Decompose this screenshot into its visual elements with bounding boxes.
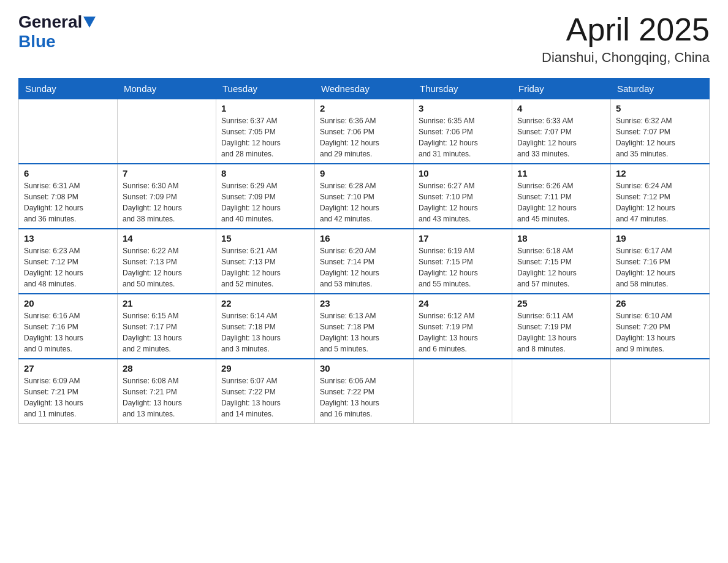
day-cell-18: 18Sunrise: 6:18 AM Sunset: 7:15 PM Dayli… (512, 229, 611, 294)
weekday-header-row: SundayMondayTuesdayWednesdayThursdayFrid… (19, 79, 710, 99)
day-number: 30 (320, 363, 408, 373)
day-detail: Sunrise: 6:19 AM Sunset: 7:15 PM Dayligh… (419, 245, 507, 289)
day-detail: Sunrise: 6:11 AM Sunset: 7:19 PM Dayligh… (517, 310, 605, 354)
title-block: April 2025 Dianshui, Chongqing, China (542, 12, 710, 66)
day-detail: Sunrise: 6:08 AM Sunset: 7:21 PM Dayligh… (123, 375, 211, 419)
day-detail: Sunrise: 6:07 AM Sunset: 7:22 PM Dayligh… (221, 375, 309, 419)
day-cell-19: 19Sunrise: 6:17 AM Sunset: 7:16 PM Dayli… (611, 229, 710, 294)
day-cell-30: 30Sunrise: 6:06 AM Sunset: 7:22 PM Dayli… (315, 359, 414, 424)
empty-cell (414, 359, 512, 424)
day-number: 28 (123, 363, 211, 373)
day-cell-10: 10Sunrise: 6:27 AM Sunset: 7:10 PM Dayli… (414, 164, 512, 229)
day-detail: Sunrise: 6:27 AM Sunset: 7:10 PM Dayligh… (419, 180, 507, 224)
day-number: 21 (123, 298, 211, 308)
weekday-header-thursday: Thursday (414, 79, 512, 99)
day-cell-26: 26Sunrise: 6:10 AM Sunset: 7:20 PM Dayli… (611, 294, 710, 359)
day-detail: Sunrise: 6:17 AM Sunset: 7:16 PM Dayligh… (616, 245, 704, 289)
day-detail: Sunrise: 6:23 AM Sunset: 7:12 PM Dayligh… (24, 245, 112, 289)
day-cell-28: 28Sunrise: 6:08 AM Sunset: 7:21 PM Dayli… (118, 359, 216, 424)
day-detail: Sunrise: 6:32 AM Sunset: 7:07 PM Dayligh… (616, 115, 704, 159)
logo: General Blue (18, 12, 96, 52)
day-cell-21: 21Sunrise: 6:15 AM Sunset: 7:17 PM Dayli… (118, 294, 216, 359)
empty-cell (19, 99, 118, 164)
svg-marker-0 (83, 17, 96, 28)
day-cell-14: 14Sunrise: 6:22 AM Sunset: 7:13 PM Dayli… (118, 229, 216, 294)
week-row-2: 6Sunrise: 6:31 AM Sunset: 7:08 PM Daylig… (19, 164, 710, 229)
month-title: April 2025 (542, 12, 710, 47)
day-detail: Sunrise: 6:06 AM Sunset: 7:22 PM Dayligh… (320, 375, 408, 419)
day-detail: Sunrise: 6:20 AM Sunset: 7:14 PM Dayligh… (320, 245, 408, 289)
day-cell-3: 3Sunrise: 6:35 AM Sunset: 7:06 PM Daylig… (414, 99, 512, 164)
day-number: 15 (221, 233, 309, 243)
day-number: 9 (320, 168, 408, 178)
day-cell-25: 25Sunrise: 6:11 AM Sunset: 7:19 PM Dayli… (512, 294, 611, 359)
day-number: 22 (221, 298, 309, 308)
day-cell-22: 22Sunrise: 6:14 AM Sunset: 7:18 PM Dayli… (216, 294, 315, 359)
day-detail: Sunrise: 6:24 AM Sunset: 7:12 PM Dayligh… (616, 180, 704, 224)
day-cell-8: 8Sunrise: 6:29 AM Sunset: 7:09 PM Daylig… (216, 164, 315, 229)
day-number: 19 (616, 233, 704, 243)
empty-cell (512, 359, 611, 424)
weekday-header-wednesday: Wednesday (315, 79, 414, 99)
day-cell-27: 27Sunrise: 6:09 AM Sunset: 7:21 PM Dayli… (19, 359, 118, 424)
day-number: 18 (517, 233, 605, 243)
day-detail: Sunrise: 6:22 AM Sunset: 7:13 PM Dayligh… (123, 245, 211, 289)
day-number: 27 (24, 363, 112, 373)
day-detail: Sunrise: 6:28 AM Sunset: 7:10 PM Dayligh… (320, 180, 408, 224)
logo-blue: Blue (18, 32, 56, 51)
day-number: 13 (24, 233, 112, 243)
day-number: 8 (221, 168, 309, 178)
day-detail: Sunrise: 6:26 AM Sunset: 7:11 PM Dayligh… (517, 180, 605, 224)
day-number: 23 (320, 298, 408, 308)
day-number: 3 (419, 103, 507, 113)
day-cell-13: 13Sunrise: 6:23 AM Sunset: 7:12 PM Dayli… (19, 229, 118, 294)
day-number: 20 (24, 298, 112, 308)
day-number: 7 (123, 168, 211, 178)
weekday-header-tuesday: Tuesday (216, 79, 315, 99)
day-detail: Sunrise: 6:09 AM Sunset: 7:21 PM Dayligh… (24, 375, 112, 419)
day-number: 2 (320, 103, 408, 113)
day-detail: Sunrise: 6:37 AM Sunset: 7:05 PM Dayligh… (221, 115, 309, 159)
location-title: Dianshui, Chongqing, China (542, 50, 710, 66)
day-number: 24 (419, 298, 507, 308)
day-detail: Sunrise: 6:16 AM Sunset: 7:16 PM Dayligh… (24, 310, 112, 354)
empty-cell (118, 99, 216, 164)
day-detail: Sunrise: 6:31 AM Sunset: 7:08 PM Dayligh… (24, 180, 112, 224)
week-row-1: 1Sunrise: 6:37 AM Sunset: 7:05 PM Daylig… (19, 99, 710, 164)
day-number: 11 (517, 168, 605, 178)
day-number: 26 (616, 298, 704, 308)
weekday-header-friday: Friday (512, 79, 611, 99)
day-cell-1: 1Sunrise: 6:37 AM Sunset: 7:05 PM Daylig… (216, 99, 315, 164)
day-detail: Sunrise: 6:29 AM Sunset: 7:09 PM Dayligh… (221, 180, 309, 224)
week-row-5: 27Sunrise: 6:09 AM Sunset: 7:21 PM Dayli… (19, 359, 710, 424)
day-detail: Sunrise: 6:10 AM Sunset: 7:20 PM Dayligh… (616, 310, 704, 354)
day-cell-4: 4Sunrise: 6:33 AM Sunset: 7:07 PM Daylig… (512, 99, 611, 164)
day-detail: Sunrise: 6:33 AM Sunset: 7:07 PM Dayligh… (517, 115, 605, 159)
day-cell-6: 6Sunrise: 6:31 AM Sunset: 7:08 PM Daylig… (19, 164, 118, 229)
day-detail: Sunrise: 6:13 AM Sunset: 7:18 PM Dayligh… (320, 310, 408, 354)
day-detail: Sunrise: 6:21 AM Sunset: 7:13 PM Dayligh… (221, 245, 309, 289)
day-detail: Sunrise: 6:12 AM Sunset: 7:19 PM Dayligh… (419, 310, 507, 354)
day-detail: Sunrise: 6:36 AM Sunset: 7:06 PM Dayligh… (320, 115, 408, 159)
day-number: 14 (123, 233, 211, 243)
day-cell-20: 20Sunrise: 6:16 AM Sunset: 7:16 PM Dayli… (19, 294, 118, 359)
day-number: 17 (419, 233, 507, 243)
day-cell-16: 16Sunrise: 6:20 AM Sunset: 7:14 PM Dayli… (315, 229, 414, 294)
logo-arrow-icon (83, 17, 96, 29)
weekday-header-monday: Monday (118, 79, 216, 99)
empty-cell (611, 359, 710, 424)
day-number: 16 (320, 233, 408, 243)
weekday-header-sunday: Sunday (19, 79, 118, 99)
day-cell-24: 24Sunrise: 6:12 AM Sunset: 7:19 PM Dayli… (414, 294, 512, 359)
day-cell-7: 7Sunrise: 6:30 AM Sunset: 7:09 PM Daylig… (118, 164, 216, 229)
day-number: 29 (221, 363, 309, 373)
day-detail: Sunrise: 6:14 AM Sunset: 7:18 PM Dayligh… (221, 310, 309, 354)
day-number: 6 (24, 168, 112, 178)
day-number: 5 (616, 103, 704, 113)
day-cell-23: 23Sunrise: 6:13 AM Sunset: 7:18 PM Dayli… (315, 294, 414, 359)
day-number: 25 (517, 298, 605, 308)
day-detail: Sunrise: 6:35 AM Sunset: 7:06 PM Dayligh… (419, 115, 507, 159)
day-number: 12 (616, 168, 704, 178)
day-cell-11: 11Sunrise: 6:26 AM Sunset: 7:11 PM Dayli… (512, 164, 611, 229)
week-row-4: 20Sunrise: 6:16 AM Sunset: 7:16 PM Dayli… (19, 294, 710, 359)
